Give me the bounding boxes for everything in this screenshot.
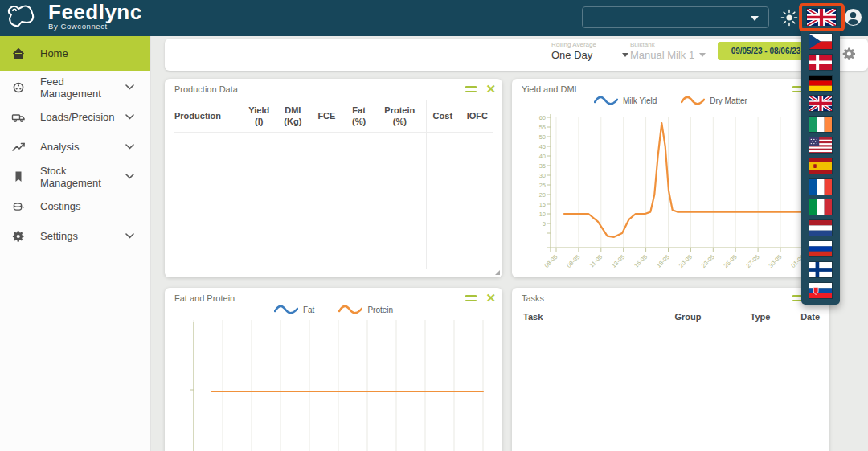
legend-label: Dry Matter xyxy=(710,96,747,105)
production-table-header: ProductionYield(l)DMI(Kg)FCEFat(%)Protei… xyxy=(174,100,493,133)
farm-select[interactable] xyxy=(582,6,769,28)
svg-text:20: 20 xyxy=(539,191,546,199)
production-data-panel: Production Data ✕ ProductionYield(l)DMI(… xyxy=(165,79,502,277)
chevron-down-icon xyxy=(622,53,628,57)
bulktank-select[interactable]: Manual Milk 1 xyxy=(630,49,706,64)
language-option-flag-ie[interactable] xyxy=(809,117,832,132)
svg-text:45: 45 xyxy=(539,143,546,150)
panel-resize-handle[interactable] xyxy=(495,270,500,275)
panel-close-icon[interactable]: ✕ xyxy=(485,293,496,304)
table-column-divider xyxy=(426,100,427,269)
column-header-fce: FCE xyxy=(311,110,342,121)
rolling-average-label: Rolling Average xyxy=(551,41,628,48)
sidebar-item-loads-precision[interactable]: Loads/Precision xyxy=(0,102,150,132)
chevron-down-icon xyxy=(699,53,706,57)
panel-close-icon[interactable]: ✕ xyxy=(485,84,496,95)
legend-label: Fat xyxy=(303,305,314,314)
chevron-down-icon xyxy=(125,174,134,179)
legend-item-fat[interactable]: Fat xyxy=(274,305,314,314)
analysis-icon xyxy=(11,140,26,154)
column-header-cost: Cost xyxy=(424,110,462,121)
language-option-flag-de[interactable] xyxy=(809,76,832,91)
chevron-down-icon xyxy=(125,233,134,239)
legend-label: Milk Yield xyxy=(623,96,657,105)
truck-icon xyxy=(11,110,26,125)
language-option-flag-cz[interactable] xyxy=(809,34,832,49)
svg-text:09-05: 09-05 xyxy=(565,253,581,269)
app-window: Feedlync By Cowconnect xyxy=(0,0,868,451)
svg-text:18-05: 18-05 xyxy=(655,253,671,269)
dashboard-settings-gear-icon[interactable] xyxy=(841,46,857,62)
language-option-flag-fr[interactable] xyxy=(809,179,832,195)
chevron-down-icon xyxy=(125,84,134,90)
language-option-flag-nl[interactable] xyxy=(809,220,832,236)
costings-icon xyxy=(11,199,26,214)
sidebar-item-analysis[interactable]: Analysis xyxy=(0,132,150,162)
language-option-flag-gb[interactable] xyxy=(809,96,832,111)
svg-text:27-05: 27-05 xyxy=(745,253,761,269)
date-range-button[interactable]: 09/05/23 - 08/06/23 xyxy=(718,42,814,60)
sidebar-item-label: Stock Management xyxy=(40,165,125,189)
rolling-average-value: One Day xyxy=(551,49,592,61)
rolling-average-select[interactable]: One Day xyxy=(551,49,628,64)
theme-sun-icon[interactable] xyxy=(780,9,798,27)
svg-text:13-05: 13-05 xyxy=(610,253,626,269)
legend-item-dry-matter[interactable]: Dry Matter xyxy=(681,96,747,105)
language-option-flag-sk[interactable] xyxy=(809,283,832,298)
yield-chart-legend: Milk YieldDry Matter xyxy=(512,96,829,105)
sidebar-item-label: Home xyxy=(40,47,150,59)
sidebar-item-stock-management[interactable]: Stock Management xyxy=(0,162,150,191)
panel-title: Production Data xyxy=(174,84,238,94)
yield-dmi-chart: 6055504540353025201510508-0509-0511-0513… xyxy=(512,111,829,276)
chevron-down-icon xyxy=(125,144,134,150)
column-header-protein: Protein(%) xyxy=(376,105,424,127)
language-option-flag-fi[interactable] xyxy=(809,262,832,277)
sidebar-item-label: Loads/Precision xyxy=(40,111,125,123)
column-header-dmi: DMI(Kg) xyxy=(274,105,311,127)
svg-text:50: 50 xyxy=(539,133,546,141)
column-header-task: Task xyxy=(523,312,644,322)
svg-text:16-05: 16-05 xyxy=(633,253,649,269)
svg-text:11-05: 11-05 xyxy=(588,253,604,269)
language-flag-button[interactable] xyxy=(807,9,836,26)
language-option-flag-it[interactable] xyxy=(809,199,832,215)
panel-menu-icon[interactable] xyxy=(465,295,477,301)
chevron-down-icon xyxy=(751,16,759,21)
brand-logo: Feedlync By Cowconnect xyxy=(6,2,142,31)
legend-item-milk-yield[interactable]: Milk Yield xyxy=(594,96,657,105)
chevron-down-icon xyxy=(125,114,134,120)
cow-logo-icon xyxy=(6,2,43,31)
column-header-iofc: IOFC xyxy=(462,110,493,121)
sidebar-item-feed-management[interactable]: Feed Management xyxy=(0,72,150,102)
fat-protein-panel: Fat and Protein ✕ FatProtein xyxy=(165,288,502,451)
app-header: Feedlync By Cowconnect xyxy=(0,0,868,36)
svg-text:35: 35 xyxy=(539,162,546,170)
rolling-average-select-group: Rolling Average One Day xyxy=(551,41,628,64)
svg-text:20-05: 20-05 xyxy=(678,253,694,269)
svg-text:5: 5 xyxy=(542,220,546,228)
svg-text:25: 25 xyxy=(539,182,546,189)
sidebar-item-home[interactable]: Home xyxy=(0,36,150,71)
sidebar-item-settings[interactable]: Settings xyxy=(0,221,150,251)
svg-text:23-05: 23-05 xyxy=(700,253,716,269)
language-option-flag-dk[interactable] xyxy=(809,55,832,70)
svg-text:40: 40 xyxy=(539,153,546,160)
panel-title: Yield and DMI xyxy=(522,84,577,94)
sidebar-item-label: Feed Management xyxy=(40,76,125,100)
column-header-date: Date xyxy=(788,312,820,322)
language-option-flag-es[interactable] xyxy=(809,158,832,174)
language-option-flag-us[interactable] xyxy=(809,137,832,153)
column-header-fat: Fat(%) xyxy=(342,105,376,127)
tasks-panel: Tasks ✕ TaskGroupTypeDate xyxy=(512,288,829,451)
legend-item-protein[interactable]: Protein xyxy=(338,305,393,314)
sidebar: HomeFeed ManagementLoads/PrecisionAnalys… xyxy=(0,36,151,451)
panel-menu-icon[interactable] xyxy=(465,86,477,92)
brand-name: Feedlync xyxy=(48,2,142,23)
home-icon xyxy=(11,47,26,61)
user-avatar-icon[interactable] xyxy=(844,8,862,27)
stock-icon xyxy=(11,170,26,184)
svg-text:10: 10 xyxy=(539,211,546,218)
sidebar-item-costings[interactable]: Costings xyxy=(0,191,150,221)
svg-text:60: 60 xyxy=(539,114,546,121)
language-option-flag-ru[interactable] xyxy=(809,241,832,256)
